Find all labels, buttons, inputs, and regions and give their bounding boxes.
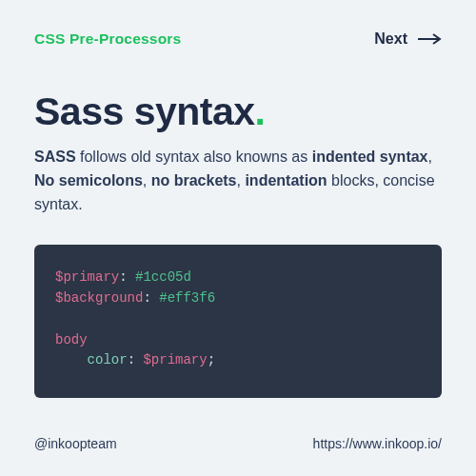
code-var-2: $background bbox=[55, 290, 143, 306]
code-val-3: $primary bbox=[143, 352, 207, 367]
breadcrumb: CSS Pre-Processors bbox=[34, 30, 181, 48]
arrow-right-icon bbox=[417, 33, 442, 45]
code-var-1: $primary bbox=[55, 269, 119, 285]
desc-text-3: , bbox=[143, 172, 151, 188]
next-label: Next bbox=[374, 30, 407, 48]
desc-bold-2: indented syntax bbox=[312, 149, 428, 165]
code-val-2: #eff3f6 bbox=[159, 290, 215, 306]
code-block: $primary: #1cc05d $background: #eff3f6 b… bbox=[34, 245, 442, 397]
social-handle: @inkoopteam bbox=[34, 436, 117, 451]
desc-bold-4: no brackets bbox=[151, 172, 237, 188]
title-text: Sass syntax bbox=[34, 89, 255, 133]
desc-bold-5: indentation bbox=[245, 172, 327, 188]
footer: @inkoopteam https://www.inkoop.io/ bbox=[34, 415, 442, 451]
desc-text-2: , bbox=[428, 149, 432, 165]
code-selector: body bbox=[55, 332, 88, 347]
code-indent bbox=[55, 352, 88, 367]
code-colon-1: : bbox=[119, 269, 135, 285]
header: CSS Pre-Processors Next bbox=[34, 30, 442, 48]
description: SASS follows old syntax also knowns as i… bbox=[34, 146, 442, 216]
desc-bold-1: SASS bbox=[34, 149, 76, 165]
code-semi: ; bbox=[208, 352, 215, 367]
title-dot: . bbox=[255, 89, 266, 133]
page-title: Sass syntax. bbox=[34, 91, 442, 132]
desc-text-1: follows old syntax also knowns as bbox=[76, 149, 312, 165]
next-button[interactable]: Next bbox=[374, 30, 442, 48]
site-url: https://www.inkoop.io/ bbox=[313, 436, 442, 451]
desc-bold-3: No semicolons bbox=[34, 172, 143, 188]
code-val-1: #1cc05d bbox=[135, 269, 191, 285]
code-colon-3: : bbox=[128, 352, 144, 367]
code-prop: color bbox=[88, 352, 128, 367]
code-colon-2: : bbox=[143, 290, 159, 306]
